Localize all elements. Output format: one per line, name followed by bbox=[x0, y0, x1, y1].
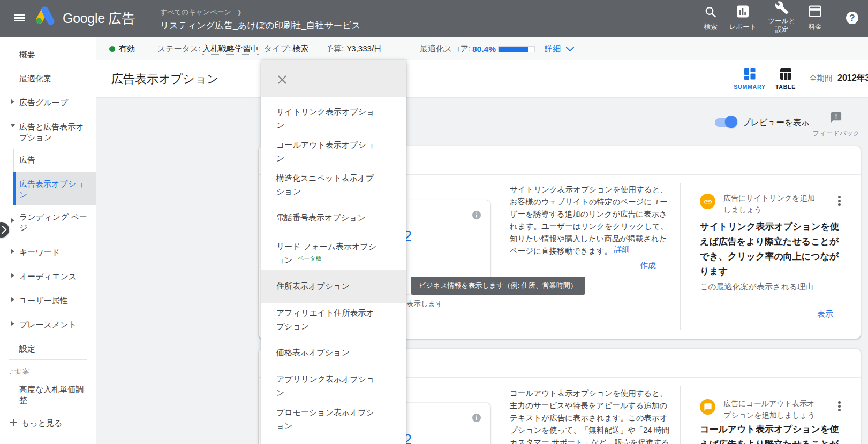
type-key: タイプ: bbox=[264, 37, 291, 60]
plus-icon bbox=[10, 419, 17, 426]
sidebar-item-demographics[interactable]: ユーザー属性 bbox=[19, 295, 68, 306]
billing-card-icon bbox=[809, 5, 821, 17]
sidebar-item-extensions-selected[interactable]: 広告表示オプショ ン bbox=[19, 179, 84, 200]
campaign-status-bar: 有効 ステータス: 入札戦略学習中 タイプ: 検索 予算: ¥3,333/日 最… bbox=[96, 37, 868, 60]
enabled-status-dot bbox=[109, 46, 115, 52]
daterange-value[interactable]: 2012年3 bbox=[837, 73, 868, 84]
close-icon[interactable] bbox=[277, 75, 287, 85]
subnav-rail bbox=[13, 149, 14, 172]
tools-settings-button[interactable]: ツールと 設定 bbox=[765, 0, 798, 37]
brand-title[interactable]: Google広告 bbox=[63, 10, 135, 27]
sidebar-item-keywords[interactable]: キーワード bbox=[19, 247, 60, 258]
dropdown-item-app[interactable]: アプリリンク表示オプショ ン bbox=[261, 369, 406, 402]
billing-button[interactable]: 料金 bbox=[799, 0, 831, 37]
learn-more-link[interactable]: 詳細 bbox=[614, 244, 630, 255]
collapse-arrow-icon[interactable] bbox=[11, 124, 15, 127]
sidebar-item-landing-pages[interactable]: ランディング ペー ジ bbox=[19, 212, 87, 233]
expand-arrow-icon[interactable] bbox=[11, 99, 14, 104]
recommendation-eyebrow: 広告にサイトリンクを追加 しましょう bbox=[723, 193, 815, 216]
breadcrumb-all-campaigns[interactable]: すべてのキャンペーン bbox=[160, 8, 231, 16]
sidebar-item-ad-groups[interactable]: 広告グループ bbox=[19, 97, 68, 108]
sidebar-divider bbox=[9, 359, 87, 360]
optimization-score-key: 最適化スコア: bbox=[420, 37, 471, 60]
enabled-status-label[interactable]: 有効 bbox=[119, 37, 135, 60]
beta-badge: ベータ版 bbox=[298, 252, 322, 265]
budget-key: 予算: bbox=[326, 37, 344, 60]
budget-value: ¥3,333/日 bbox=[347, 37, 382, 60]
expand-arrow-icon[interactable] bbox=[11, 321, 14, 326]
google-ads-logo-icon[interactable] bbox=[34, 6, 55, 27]
preview-toggle-thumb[interactable] bbox=[725, 116, 737, 128]
recommendation-eyebrow: 広告にコールアウト表示オ プションを追加しましょう bbox=[723, 398, 815, 421]
dropdown-item-structured-snippet[interactable]: 構造化スニペット表示オプ ション bbox=[261, 168, 406, 201]
sidebar-suggestions-caption: ご提案 bbox=[9, 368, 29, 377]
expand-arrow-icon[interactable] bbox=[11, 273, 14, 278]
sidebar-item-show-more[interactable]: もっと見る bbox=[21, 418, 62, 428]
breadcrumb-current-campaign[interactable]: リスティング広告_あけぼの印刷社_自社サービス bbox=[160, 20, 360, 32]
status-value[interactable]: 入札戦略学習中 bbox=[202, 37, 259, 60]
sidebar-item-advanced-bid-adj[interactable]: 高度な入札単価調 整 bbox=[19, 384, 84, 405]
summary-grid-icon bbox=[744, 68, 756, 80]
sidebar-item-ads[interactable]: 広告 bbox=[19, 155, 35, 165]
recommendation-icon-bg bbox=[700, 399, 715, 415]
info-icon[interactable] bbox=[472, 414, 481, 422]
chevron-right-icon bbox=[2, 226, 7, 234]
optimization-score-value: 80.4% bbox=[472, 37, 496, 60]
top-app-bar: Google広告 すべてのキャンペーン❯ リスティング広告_あけぼの印刷社_自社… bbox=[0, 0, 868, 37]
more-options-icon[interactable] bbox=[838, 196, 841, 208]
dropdown-item-lead-form[interactable]: リード フォーム表示オプシ ョンベータ版 bbox=[261, 234, 406, 270]
wrench-icon bbox=[775, 1, 789, 15]
dropdown-item-sitelink[interactable]: サイトリンク表示オプショ ン bbox=[261, 102, 406, 135]
dropdown-item-promotion[interactable]: プロモーション表示オプシ ョン bbox=[261, 402, 406, 435]
dropdown-header bbox=[261, 60, 406, 97]
sidebar-selected-indicator bbox=[13, 172, 16, 205]
type-value: 検索 bbox=[292, 37, 308, 60]
expand-arrow-icon[interactable] bbox=[11, 218, 14, 223]
report-icon bbox=[737, 5, 749, 18]
location-extension-tooltip: ビジネス情報を表示します（例: 住所、営業時間） bbox=[411, 277, 585, 295]
side-navigation: 概要 最適化案 広告グループ 広告と広告表示オ プション 広告 広告表示オプショ… bbox=[0, 37, 96, 444]
score-progress-fill bbox=[499, 47, 528, 52]
search-button[interactable]: 検索 bbox=[695, 0, 727, 37]
expand-arrow-icon[interactable] bbox=[11, 297, 14, 302]
dropdown-list: サイトリンク表示オプショ ン コールアウト表示オプショ ン 構造化スニペット表示… bbox=[261, 97, 406, 435]
recommendation-reason-link[interactable]: この最適化案が表示される理由 bbox=[700, 282, 813, 293]
sidebar-item-settings[interactable]: 設定 bbox=[19, 343, 35, 354]
link-icon bbox=[703, 197, 712, 206]
optimization-score-progressbar bbox=[498, 46, 535, 52]
expand-arrow-icon[interactable] bbox=[11, 249, 14, 254]
recommendation-headline: サイトリンク表示オプションを使 えば広告をより際立たせることが でき、クリック率… bbox=[700, 219, 850, 279]
dropdown-item-call[interactable]: 電話番号表示オプション bbox=[261, 201, 406, 234]
create-link[interactable]: 作成 bbox=[640, 261, 656, 271]
table-view-tab[interactable]: TABLE bbox=[764, 68, 807, 90]
status-key: ステータス: bbox=[157, 37, 201, 60]
more-options-icon[interactable] bbox=[838, 401, 841, 413]
reports-button[interactable]: レポート bbox=[727, 0, 759, 37]
menu-icon[interactable] bbox=[14, 14, 25, 22]
sidebar-item-audiences[interactable]: オーディエンス bbox=[19, 271, 77, 282]
sidebar-item-placements[interactable]: プレースメント bbox=[19, 319, 77, 330]
search-icon bbox=[705, 6, 717, 18]
dropdown-item-affiliate-location[interactable]: アフィリエイト住所表示オ プション bbox=[261, 303, 406, 336]
show-recommendation-link[interactable]: 表示 bbox=[817, 309, 833, 319]
page-header: 広告表示オプション SUMMARY TABLE 全期間 2012年3 bbox=[96, 60, 868, 97]
feedback-button[interactable]: フィードバック bbox=[813, 111, 860, 138]
extension-type-dropdown: サイトリンク表示オプショ ン コールアウト表示オプショ ン 構造化スニペット表示… bbox=[261, 60, 406, 444]
feedback-icon bbox=[830, 111, 842, 124]
details-chevron-icon[interactable] bbox=[567, 37, 573, 60]
dropdown-item-location[interactable]: 住所表示オプション bbox=[261, 270, 406, 303]
daterange-label: 全期間 bbox=[809, 73, 833, 83]
daterange-underline bbox=[837, 89, 868, 89]
sidebar-item-ads-extensions[interactable]: 広告と広告表示オ プション bbox=[19, 121, 84, 142]
info-icon[interactable] bbox=[472, 211, 481, 219]
sidebar-item-overview[interactable]: 概要 bbox=[19, 49, 35, 60]
dropdown-item-callout[interactable]: コールアウト表示オプショ ン bbox=[261, 135, 406, 168]
topbar-divider bbox=[832, 8, 832, 27]
breadcrumb: すべてのキャンペーン❯ リスティング広告_あけぼの印刷社_自社サービス bbox=[160, 7, 360, 32]
details-link[interactable]: 詳細 bbox=[545, 37, 561, 60]
table-icon bbox=[780, 68, 791, 80]
dropdown-item-price[interactable]: 価格表示オプション bbox=[261, 336, 406, 369]
help-button[interactable]: ? bbox=[846, 12, 858, 24]
sidebar-item-recommendations[interactable]: 最適化案 bbox=[19, 73, 51, 84]
extension-description: コールアウト表示オプションを使用すると、 主力のサービスや特長をアピールする追加… bbox=[510, 387, 689, 444]
